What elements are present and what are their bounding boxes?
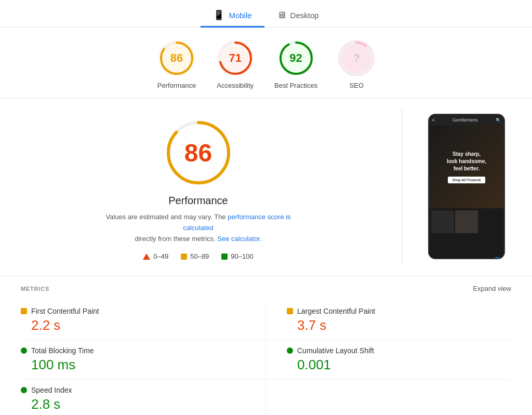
cls-header: Cumulative Layout Shift	[287, 346, 511, 355]
phone-menu-icon: ≡	[432, 118, 435, 123]
si-value: 2.8 s	[21, 396, 245, 412]
phone-thumbnails	[429, 208, 504, 235]
tab-desktop-label: Desktop	[290, 11, 319, 20]
tbt-indicator	[21, 347, 27, 354]
legend-average-label: 50–89	[190, 252, 209, 260]
phone-content: Stay sharp,look handsome,feel better. Sh…	[429, 125, 504, 259]
calculator-link[interactable]: See calculator.	[217, 235, 261, 243]
desktop-icon: 🖥	[277, 10, 286, 21]
svg-point-6	[341, 43, 372, 74]
legend-average: 50–89	[181, 252, 209, 260]
phone-mockup: ≡ Gentlemens 🔍 Stay sharp,look handsome,…	[428, 114, 505, 259]
legend-fail-label: 0–49	[153, 252, 168, 260]
lcp-name: Largest Contentful Paint	[297, 307, 375, 315]
phone-fb-button[interactable]: f	[493, 257, 502, 259]
metrics-section: METRICS Expand view First Contentful Pai…	[0, 276, 532, 415]
score-row: 86 Performance 71 Accessibility 92 Best …	[0, 28, 532, 98]
si-header: Speed Index	[21, 386, 245, 394]
phone-cta-button[interactable]: Shop All Products	[448, 177, 485, 183]
score-legend: 0–49 50–89 90–100	[143, 252, 253, 260]
lcp-value: 3.7 s	[287, 317, 511, 333]
vertical-divider	[402, 109, 402, 265]
seo-label: SEO	[349, 82, 363, 89]
desc-line2: directly from these metrics.	[135, 235, 215, 243]
pass-icon	[221, 253, 228, 260]
tbt-value: 100 ms	[21, 357, 245, 373]
tbt-header: Total Blocking Time	[21, 346, 245, 355]
tab-mobile[interactable]: 📱 Mobile	[201, 4, 264, 28]
lcp-header: Largest Contentful Paint	[287, 307, 511, 315]
fcp-value: 2.2 s	[21, 317, 245, 333]
best-practices-circle: 92	[278, 40, 314, 76]
tbt-name: Total Blocking Time	[31, 346, 94, 355]
performance-description: Values are estimated and may vary. The p…	[100, 212, 297, 244]
accessibility-label: Accessibility	[217, 82, 254, 89]
svg-point-9	[168, 123, 229, 183]
phone-thumb-1	[431, 210, 454, 233]
left-panel: 86 Performance Values are estimated and …	[21, 109, 376, 265]
phone-brand: Gentlemens	[437, 117, 494, 123]
si-indicator	[21, 387, 27, 393]
metric-tbt: Total Blocking Time 100 ms	[21, 340, 266, 380]
metric-lcp: Largest Contentful Paint 3.7 s	[266, 301, 511, 340]
phone-search-icon: 🔍	[496, 118, 501, 123]
fcp-indicator	[21, 308, 27, 314]
accessibility-circle: 71	[217, 40, 254, 76]
right-panel: ≡ Gentlemens 🔍 Stay sharp,look handsome,…	[428, 109, 511, 265]
expand-view-button[interactable]: Expand view	[473, 285, 511, 292]
phone-hero: Stay sharp,look handsome,feel better. Sh…	[429, 125, 504, 208]
mobile-icon: 📱	[213, 9, 224, 21]
metrics-grid: First Contentful Paint 2.2 s Largest Con…	[21, 301, 511, 415]
lcp-indicator	[287, 308, 293, 314]
big-performance-circle: 86	[165, 119, 232, 186]
metrics-title: METRICS	[21, 286, 49, 292]
score-accessibility[interactable]: 71 Accessibility	[217, 40, 254, 89]
tab-mobile-label: Mobile	[229, 11, 251, 20]
desc-line1: Values are estimated and may vary. The	[105, 213, 225, 221]
score-performance[interactable]: 86 Performance	[157, 40, 196, 89]
phone-thumb-2	[455, 210, 478, 233]
cls-value: 0.001	[287, 357, 511, 373]
svg-point-5	[281, 43, 312, 74]
metric-fcp: First Contentful Paint 2.2 s	[21, 301, 266, 340]
tab-desktop[interactable]: 🖥 Desktop	[264, 4, 331, 28]
fcp-header: First Contentful Paint	[21, 307, 245, 315]
metric-si: Speed Index 2.8 s	[21, 380, 266, 415]
cls-indicator	[287, 347, 293, 354]
seo-circle: ?	[338, 40, 375, 76]
legend-pass: 90–100	[221, 252, 253, 260]
performance-label: Performance	[157, 82, 196, 89]
fcp-name: First Contentful Paint	[31, 307, 99, 315]
score-best-practices[interactable]: 92 Best Practices	[274, 40, 317, 89]
metrics-header: METRICS Expand view	[21, 285, 511, 292]
tabs-bar: 📱 Mobile 🖥 Desktop	[0, 0, 532, 28]
fail-icon	[143, 253, 150, 260]
phone-top-bar: ≡ Gentlemens 🔍	[429, 115, 504, 125]
legend-pass-label: 90–100	[231, 252, 253, 260]
legend-fail: 0–49	[143, 252, 168, 260]
performance-circle: 86	[158, 40, 195, 76]
big-score-label: Performance	[168, 195, 228, 207]
cls-name: Cumulative Layout Shift	[297, 346, 374, 355]
phone-hero-text: Stay sharp,look handsome,feel better.	[447, 151, 486, 172]
big-score-section: 86 Performance Values are estimated and …	[21, 109, 376, 265]
best-practices-label: Best Practices	[274, 82, 317, 89]
metric-cls: Cumulative Layout Shift 0.001	[266, 340, 511, 380]
si-name: Speed Index	[31, 386, 72, 394]
average-icon	[181, 253, 187, 260]
score-seo[interactable]: ? SEO	[338, 40, 375, 89]
main-content: 86 Performance Values are estimated and …	[0, 98, 532, 276]
